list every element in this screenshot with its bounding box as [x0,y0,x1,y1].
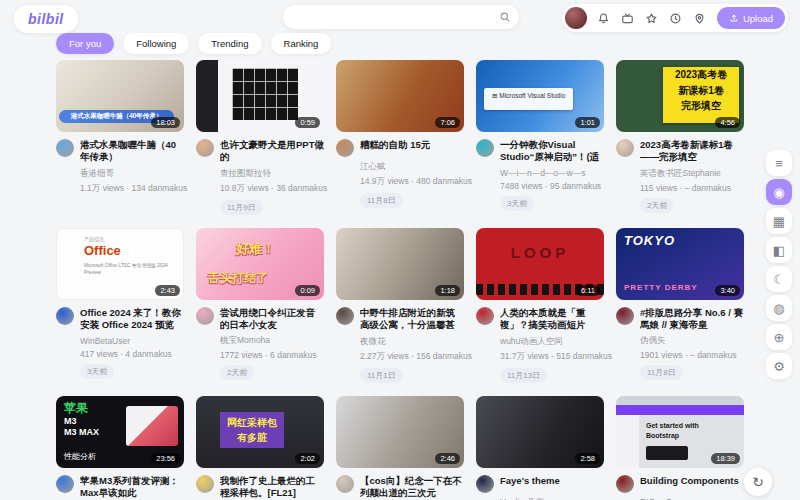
uploader-avatar[interactable] [616,139,634,157]
uploader-name[interactable]: 英语教书匠Stephanie [640,168,744,180]
video-card[interactable]: 7:06 糟糕的自助 15元 江心赋 14.9万 views · 480 dan… [336,60,464,215]
video-title[interactable]: #排版思路分享 No.6 / 賽馬娘 // 東海帝皇 [640,307,744,332]
video-title[interactable]: 人类的本质就是「重複」？搞笑动画短片《LOOP》 [500,307,604,332]
uploader-name[interactable]: 桃宝Momoha [220,335,324,347]
camera-icon[interactable]: ◉ [766,179,792,205]
uploader-avatar[interactable] [196,475,214,493]
uploader-name[interactable]: 江心赋 [360,161,464,173]
video-thumbnail[interactable]: 7:06 [336,60,464,132]
uploader-name[interactable]: 香港细哥 [80,168,184,180]
uploader-avatar[interactable] [336,307,354,325]
uploader-avatar[interactable] [476,475,494,493]
uploader-avatar[interactable] [196,139,214,157]
search-input[interactable] [291,12,499,23]
location-icon[interactable] [693,11,707,25]
video-card[interactable]: Microsoft Office LTSC 专业增强版 2024 Preview… [56,228,184,383]
video-card[interactable]: PRETTY DERBYTOKYO 3:40 #排版思路分享 No.6 / 賽馬… [616,228,744,383]
upload-button[interactable]: Upload [717,7,785,29]
video-title[interactable]: 中野牛排店附近的新筑高级公寓，十分温馨甚至九分干净 [360,307,464,332]
settings-icon[interactable]: ⚙ [766,353,792,379]
uploader-name[interactable]: 查拉图斯拉特 [220,168,324,180]
video-card[interactable]: 舌头打结了好难！ 0:09 尝试用绕口令纠正发音的日本小女友 桃宝Momoha … [196,228,324,383]
feed-tab-trending[interactable]: Trending [198,33,261,54]
disc-icon[interactable]: ◍ [766,295,792,321]
video-thumbnail[interactable]: Get started with Bootstrap 18:39 [616,396,744,468]
bilibili-logo[interactable]: bilbil [14,5,78,33]
gallery-icon[interactable]: ▦ [766,208,792,234]
menu-icon[interactable]: ≡ [766,150,792,176]
video-title[interactable]: 糟糕的自助 15元 [360,139,430,157]
video-card[interactable]: 性能分析M3 M3 MAX苹果 23:56 苹果M3系列首发评测：Max早该如此… [56,396,184,500]
uploader-avatar[interactable] [56,475,74,493]
user-avatar[interactable] [565,7,587,29]
duration-badge: 2:58 [575,453,600,464]
video-thumbnail[interactable]: 0:59 [196,60,324,132]
video-meta: 14.9万 views · 480 danmakus [360,176,464,188]
uploader-avatar[interactable] [476,307,494,325]
feed-tab-following[interactable]: Following [123,33,189,54]
uploader-avatar[interactable] [476,139,494,157]
uploader-avatar[interactable] [616,475,634,493]
uploader-avatar[interactable] [56,139,74,157]
uploader-name[interactable]: WinBetaUser [80,336,184,346]
video-title[interactable]: 我制作了史上最烂的工程采样包。[FL21] [220,475,324,500]
video-title[interactable]: Office 2024 来了！教你安装 Office 2024 预览版! [80,307,184,332]
video-card[interactable]: 港式水果咖喱牛腩（40年传承） 18:03 港式水果咖喱牛腩（40年传承） 香港… [56,60,184,215]
uploader-avatar[interactable] [616,307,634,325]
video-title[interactable]: 也许文豪野犬是用PPT做的 [220,139,324,164]
video-thumbnail[interactable]: 2:58 [476,396,604,468]
video-thumbnail[interactable]: 性能分析M3 M3 MAX苹果 23:56 [56,396,184,468]
video-thumbnail[interactable]: 港式水果咖喱牛腩（40年传承） 18:03 [56,60,184,132]
tv-icon[interactable] [621,11,635,25]
feed-tab-ranking[interactable]: Ranking [271,33,332,54]
star-icon[interactable] [645,11,659,25]
video-thumbnail[interactable]: 2023高考卷 新课标1卷 完形填空 4:56 [616,60,744,132]
video-card[interactable]: 0:59 也许文豪野犬是用PPT做的 查拉图斯拉特 10.8万 views · … [196,60,324,215]
video-card[interactable]: ⊞ Microsoft Visual Studio 1:01 一分钟教你Visu… [476,60,604,215]
video-thumbnail[interactable]: PRETTY DERBYTOKYO 3:40 [616,228,744,300]
video-thumbnail[interactable]: 舌头打结了好难！ 0:09 [196,228,324,300]
layers-icon[interactable]: ◧ [766,237,792,263]
uploader-avatar[interactable] [196,307,214,325]
video-card[interactable]: Get started with Bootstrap 18:39 Buildin… [616,396,744,500]
video-title[interactable]: 苹果M3系列首发评测：Max早该如此 [80,475,184,500]
thumbnail-overlay [616,405,744,415]
video-title[interactable]: Faye's theme [500,475,560,493]
video-card[interactable]: 2023高考卷 新课标1卷 完形填空 4:56 2023高考卷新课标1卷——完形… [616,60,744,215]
uploader-name[interactable]: 夜微花 [360,336,464,348]
video-card[interactable]: 网红采样包 有多脏 2:02 我制作了史上最烂的工程采样包。[FL21] ice… [196,396,324,500]
video-card[interactable]: LOOP 6:11 人类的本质就是「重複」？搞笑动画短片《LOOP》 wuhu动… [476,228,604,383]
video-thumbnail[interactable]: 2:46 [336,396,464,468]
feed-tab-for-you[interactable]: For you [56,33,114,54]
uploader-avatar[interactable] [336,475,354,493]
uploader-name[interactable]: 伪偶矢 [640,335,744,347]
refresh-feed-button[interactable]: ↻ [744,468,772,496]
video-thumbnail[interactable]: 网红采样包 有多脏 2:02 [196,396,324,468]
video-thumbnail[interactable]: 1:18 [336,228,464,300]
thumbnail-overlay: M3 M3 MAX [64,416,99,439]
uploader-name[interactable]: wuhu动画人空间 [500,336,604,348]
video-card[interactable]: 2:46 【cos向】纪念一下在不列颠出道的三次元 上智月球圣诞树 8.2万 v… [336,396,464,500]
video-thumbnail[interactable]: LOOP 6:11 [476,228,604,300]
video-title[interactable]: 一分钟教你Visual Studio“原神启动”！(适用於Blend) [500,139,604,164]
video-card[interactable]: 2:58 Faye's theme Verdier凡赛 777 views · … [476,396,604,500]
search-icon[interactable] [499,11,511,23]
video-title[interactable]: 尝试用绕口令纠正发音的日本小女友 [220,307,324,332]
video-title[interactable]: Building Components [640,475,739,493]
history-icon[interactable] [669,11,683,25]
night-mode-icon[interactable]: ☾ [766,266,792,292]
video-title[interactable]: 2023高考卷新课标1卷——完形填空 [640,139,744,164]
video-thumbnail[interactable]: ⊞ Microsoft Visual Studio 1:01 [476,60,604,132]
language-icon[interactable]: ⊕ [766,324,792,350]
duration-badge: 1:01 [575,117,600,128]
bell-icon[interactable] [597,11,611,25]
video-card[interactable]: 1:18 中野牛排店附近的新筑高级公寓，十分温馨甚至九分干净 夜微花 2.27万… [336,228,464,383]
video-title[interactable]: 【cos向】纪念一下在不列颠出道的三次元 [360,475,464,500]
uploader-avatar[interactable] [336,139,354,157]
video-title[interactable]: 港式水果咖喱牛腩（40年传承） [80,139,184,164]
search-bar[interactable] [283,5,519,29]
video-thumbnail[interactable]: Microsoft Office LTSC 专业增强版 2024 Preview… [56,228,184,300]
uploader-name[interactable]: W—i—n—d—o—w—s [500,168,604,178]
uploader-avatar[interactable] [56,307,74,325]
thumbnail-overlay: 网红采样包 有多脏 [220,412,284,448]
